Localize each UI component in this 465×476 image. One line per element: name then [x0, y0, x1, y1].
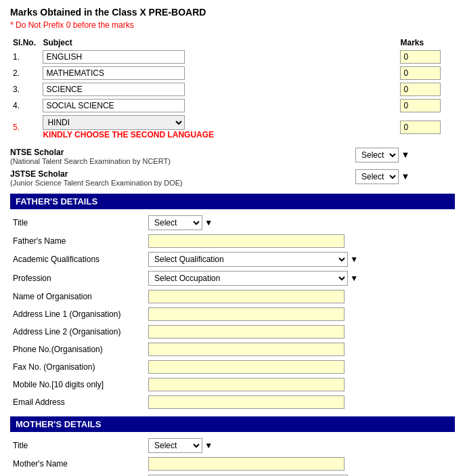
father-title-label: Title [10, 213, 146, 232]
mother-name-input[interactable] [148, 457, 345, 471]
mother-section-header: MOTHER'S DETAILS [10, 416, 455, 432]
marks-warning: * Do Not Prefix 0 before the marks [10, 20, 455, 30]
lang-select[interactable]: HINDI [43, 115, 185, 130]
kindly-text: KINDLY CHOOSE THE SECOND LANGUAGE [43, 130, 214, 139]
father-addr2-label: Address Line 2 (Organisation) [10, 323, 146, 341]
subject-cell-3 [40, 98, 254, 114]
father-occ-select[interactable]: Select Occupation [148, 271, 348, 286]
marks-input-2[interactable] [400, 83, 441, 96]
subject-input-0[interactable] [43, 50, 185, 64]
ntse-sub: (National Talent Search Examination by N… [10, 157, 220, 165]
father-org-label: Name of Organisation [10, 288, 146, 305]
marks-input-4[interactable] [400, 121, 441, 134]
sl-num-4: 5. [10, 114, 40, 141]
father-email-input[interactable] [148, 395, 345, 409]
marks-section-title: Marks Obtained in the Class X PRE-BOARD [10, 7, 455, 18]
ntse-select[interactable]: Select Yes No [355, 148, 399, 163]
father-mobile-input[interactable] [148, 378, 345, 391]
father-addr1-label: Address Line 1 (Organisation) [10, 305, 146, 323]
father-mobile-label: Mobile No.[10 digits only] [10, 376, 146, 393]
sl-num-1: 2. [10, 65, 40, 81]
father-title-select[interactable]: Select Mr. Dr. Prof. [148, 215, 202, 230]
father-fax-input[interactable] [148, 360, 345, 374]
father-qual-label: Academic Qualifications [10, 250, 146, 269]
sl-num-0: 1. [10, 49, 40, 65]
father-addr2-input[interactable] [148, 325, 345, 339]
jstse-sub: (Junior Science Talent Search Examinatio… [10, 179, 220, 187]
father-fax-label: Fax No. (Organisation) [10, 358, 146, 376]
father-addr1-input[interactable] [148, 307, 345, 321]
subject-input-2[interactable] [43, 83, 185, 96]
col-slno: Sl.No. [10, 37, 40, 49]
subject-cell-4: HINDI KINDLY CHOOSE THE SECOND LANGUAGE [40, 114, 254, 141]
jstse-label: JSTSE Scholar [10, 169, 220, 179]
mother-name-label: Mother's Name [10, 455, 146, 473]
father-phone-input[interactable] [148, 343, 345, 356]
marks-input-3[interactable] [400, 99, 441, 112]
sl-num-2: 3. [10, 81, 40, 98]
ntse-label: NTSE Scholar [10, 148, 220, 157]
marks-input-1[interactable] [400, 66, 441, 80]
father-org-input[interactable] [148, 290, 345, 303]
subject-cell-1 [40, 65, 254, 81]
father-name-label: Father's Name [10, 232, 146, 250]
subject-cell-2 [40, 81, 254, 98]
sl-num-3: 4. [10, 98, 40, 114]
col-subject: Subject [40, 37, 254, 49]
father-email-label: Email Address [10, 393, 146, 411]
father-name-input[interactable] [148, 234, 345, 248]
father-section-header: FATHER'S DETAILS [10, 194, 455, 209]
mother-title-select[interactable]: Select Mrs. Dr. Prof. [148, 438, 202, 453]
father-profession-label: Profession [10, 269, 146, 288]
jstse-select[interactable]: Select Yes No [355, 169, 399, 184]
father-qual-select[interactable]: Select Qualification [148, 252, 348, 267]
father-phone-label: Phone No.(Organisation) [10, 341, 146, 358]
mother-qual-label: Academic Qualifications [10, 473, 146, 476]
subject-cell-0 [40, 49, 254, 65]
col-marks: Marks [397, 37, 455, 49]
subject-input-1[interactable] [43, 66, 185, 80]
marks-input-0[interactable] [400, 50, 441, 64]
mother-title-label: Title [10, 436, 146, 455]
subject-input-3[interactable] [43, 99, 185, 112]
